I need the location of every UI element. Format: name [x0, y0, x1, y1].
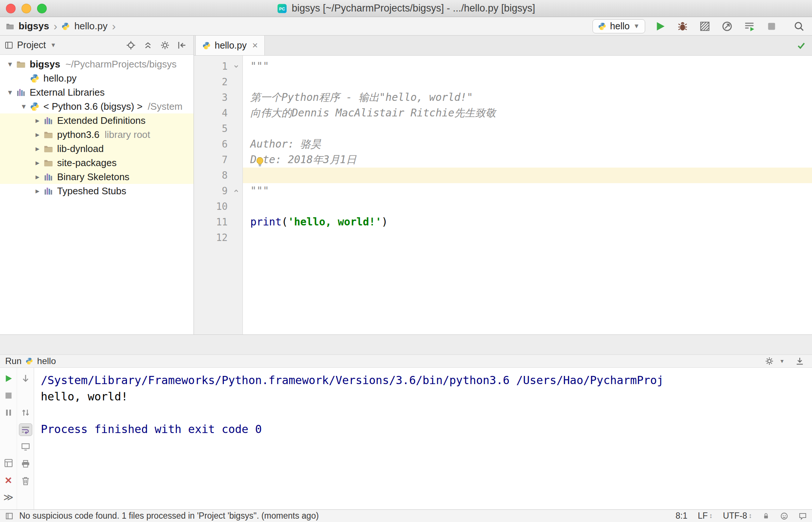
profiler-icon — [722, 21, 733, 32]
tree-item-hello-py[interactable]: hello.py — [0, 71, 194, 85]
tree-item-label: Binary Skeletons — [57, 171, 129, 183]
run-configuration-select[interactable]: hello ▼ — [593, 19, 645, 33]
hide-panel-button[interactable] — [175, 38, 189, 52]
code-line-7[interactable]: Date: 2018年3月1日 — [243, 152, 812, 168]
rerun-button[interactable] — [2, 372, 15, 385]
run-panel-title[interactable]: Run — [5, 356, 22, 366]
tree-collapsed-arrow-icon[interactable]: ▸ — [31, 172, 44, 181]
window-titlebar: PC bigsys [~/PycharmProjects/bigsys] - .… — [0, 0, 812, 17]
settings-gear-icon — [160, 40, 170, 50]
tree-item-extended-definitions[interactable]: ▸Extended Definitions — [0, 113, 194, 128]
caret-position-indicator[interactable]: 8:1 — [676, 511, 687, 521]
zoom-window-button[interactable] — [37, 4, 47, 13]
pause-output-button[interactable] — [2, 406, 15, 419]
navigate-frames-icon — [21, 408, 30, 417]
event-log-icon[interactable] — [799, 512, 807, 520]
tree-expanded-arrow-icon[interactable]: ▾ — [4, 88, 16, 97]
minimize-window-button[interactable] — [22, 4, 31, 13]
line-number: 10 — [194, 201, 230, 212]
code-line-1[interactable]: """ — [243, 59, 812, 74]
line-number: 3 — [194, 92, 230, 103]
run-settings-button[interactable] — [762, 354, 776, 368]
close-window-button[interactable] — [6, 4, 16, 13]
code-line-4[interactable]: 向伟大的Dennis MacAlistair Ritchie先生致敬 — [243, 105, 812, 121]
status-bar: No suspicious code found. 1 files proces… — [0, 509, 812, 522]
tree-collapsed-arrow-icon[interactable]: ▸ — [31, 144, 44, 153]
tree-item-label: python3.6 — [57, 129, 99, 141]
console-output[interactable]: /System/Library/Frameworks/Python.framew… — [34, 368, 812, 509]
tree-item-external-libraries[interactable]: ▾External Libraries — [0, 85, 194, 99]
lock-icon[interactable] — [762, 512, 770, 520]
breadcrumb-project[interactable]: bigsys — [19, 20, 49, 32]
run-with-console-button[interactable] — [742, 19, 756, 33]
breadcrumb-file[interactable]: hello.py — [74, 20, 108, 32]
encoding-indicator[interactable]: UTF-8↕ — [723, 511, 752, 521]
window-title-group: PC bigsys [~/PycharmProjects/bigsys] - .… — [277, 3, 535, 14]
window-title: bigsys [~/PycharmProjects/bigsys] - .../… — [292, 3, 535, 14]
code-line-12[interactable] — [243, 230, 812, 245]
line-number: 5 — [194, 123, 230, 134]
chevron-down-icon: ▼ — [779, 358, 785, 364]
project-panel-title[interactable]: Project — [17, 40, 46, 50]
console-line: Process finished with exit code 0 — [41, 421, 812, 437]
selector-arrows-icon: ↕ — [749, 512, 752, 520]
search-everywhere-button[interactable] — [792, 19, 806, 33]
tree-item-binary-skeletons[interactable]: ▸Binary Skeletons — [0, 170, 194, 184]
code-line-2[interactable] — [243, 74, 812, 90]
tree-item-python-3-6-bigsys[interactable]: ▾< Python 3.6 (bigsys) >/System — [0, 99, 194, 113]
toolwindow-switcher-icon[interactable] — [5, 512, 13, 520]
tree-item-typeshed-stubs[interactable]: ▸Typeshed Stubs — [0, 184, 194, 198]
restore-layout-button[interactable] — [2, 457, 15, 469]
tree-collapsed-arrow-icon[interactable]: ▸ — [31, 116, 44, 125]
clear-all-button[interactable] — [19, 475, 32, 487]
editor-body[interactable]: 123456789101112 """第一个Python程序 - 输出"hell… — [194, 56, 812, 334]
tree-item-lib-dynload[interactable]: ▸lib-dynload — [0, 142, 194, 156]
clear-all-icon — [21, 476, 30, 486]
scroll-down-button[interactable] — [19, 372, 32, 385]
code-line-5[interactable] — [243, 121, 812, 136]
tree-item-bigsys[interactable]: ▾bigsys~/PycharmProjects/bigsys — [0, 57, 194, 71]
code-line-11[interactable]: print('hello, world!') — [243, 214, 812, 230]
code-line-9[interactable]: """ — [243, 183, 812, 199]
intention-bulb-icon[interactable] — [254, 156, 265, 168]
tree-expanded-arrow-icon[interactable]: ▾ — [4, 60, 16, 69]
fold-marker-icon[interactable] — [230, 188, 242, 194]
code-line-8[interactable] — [243, 168, 812, 183]
coverage-button[interactable] — [698, 19, 712, 33]
run-button[interactable] — [653, 19, 667, 33]
tree-expanded-arrow-icon[interactable]: ▾ — [17, 102, 30, 111]
navigate-frames-button[interactable] — [19, 406, 32, 419]
more-options-button[interactable]: ≫ — [2, 491, 15, 503]
stop-button[interactable] — [765, 19, 779, 33]
fold-marker-icon[interactable] — [230, 63, 242, 70]
tab-hello-py[interactable]: hello.py × — [195, 36, 265, 55]
code-line-10[interactable] — [243, 199, 812, 214]
locate-file-button[interactable] — [124, 38, 138, 52]
tree-item-label: lib-dynload — [57, 143, 104, 155]
tree-item-site-packages[interactable]: ▸site-packages — [0, 156, 194, 170]
code-line-6[interactable]: Author: 骆昊 — [243, 136, 812, 152]
close-console-button[interactable]: × — [2, 474, 15, 486]
stop-process-button[interactable] — [2, 389, 15, 402]
line-separator-indicator[interactable]: LF↕ — [698, 511, 713, 521]
show-console-button[interactable] — [19, 440, 32, 453]
chevron-down-icon: ▼ — [50, 42, 56, 49]
tree-collapsed-arrow-icon[interactable]: ▸ — [31, 186, 44, 195]
close-tab-icon[interactable]: × — [252, 40, 258, 51]
run-with-console-icon — [744, 21, 755, 32]
debug-button[interactable] — [676, 19, 690, 33]
library-icon — [16, 88, 26, 97]
hector-inspector-icon[interactable] — [780, 512, 788, 520]
dock-panel-button[interactable] — [793, 354, 807, 368]
tree-collapsed-arrow-icon[interactable]: ▸ — [31, 158, 44, 167]
collapse-all-button[interactable] — [141, 38, 155, 52]
tree-collapsed-arrow-icon[interactable]: ▸ — [31, 130, 44, 139]
code-line-3[interactable]: 第一个Python程序 - 输出"hello, world!" — [243, 90, 812, 105]
profiler-button[interactable] — [720, 19, 734, 33]
collapse-all-icon — [143, 40, 153, 50]
soft-wrap-button[interactable] — [19, 423, 32, 436]
tree-item-python3-6[interactable]: ▸python3.6library root — [0, 128, 194, 142]
editor-code[interactable]: """第一个Python程序 - 输出"hello, world!"向伟大的De… — [243, 56, 812, 334]
project-settings-button[interactable] — [158, 38, 172, 52]
print-button[interactable] — [19, 457, 32, 470]
